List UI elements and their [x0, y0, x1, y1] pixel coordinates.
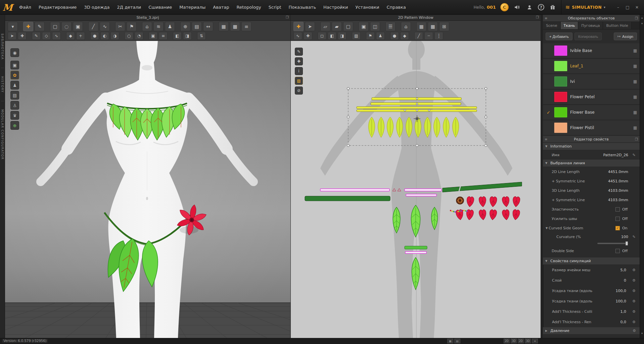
fold-tool-icon[interactable]: ⌂	[142, 22, 152, 31]
menu-sewing[interactable]: Сшивание	[145, 0, 176, 15]
scissors-tool-icon[interactable]: ✂	[115, 22, 125, 31]
gift-icon[interactable]	[549, 3, 557, 11]
library-garment-icon[interactable]: ▣	[10, 61, 19, 69]
pattern-pieces-canvas[interactable]	[291, 41, 541, 338]
fabric-type-icon[interactable]: ▦	[633, 48, 637, 53]
mirror-left-tool-icon[interactable]: ◧	[173, 32, 182, 40]
fabric-row-flower-pistil[interactable]: Flower Pistil ▦	[543, 120, 640, 136]
info-2d-icon[interactable]: i	[295, 67, 303, 75]
wrench-icon[interactable]: ⚙	[631, 329, 637, 333]
edit-pattern-tool-icon[interactable]: ➤	[305, 22, 315, 31]
modular-configurator-tab[interactable]: MODULAR CONFIGURATOR	[1, 109, 4, 160]
edit-pencil-icon[interactable]: ✎	[631, 235, 637, 239]
property-value-field[interactable]: 0	[605, 278, 626, 283]
library-mannequin-icon[interactable]: ♛	[10, 111, 19, 120]
fabric-type-icon[interactable]: ▦	[633, 79, 637, 84]
fabric-swatch[interactable]	[554, 92, 567, 102]
popout-icon[interactable]: ❐	[635, 137, 638, 141]
pen-2d-icon[interactable]: ✎	[295, 48, 303, 56]
add-point-2d-tool-icon[interactable]: ✚	[304, 32, 312, 40]
help-icon[interactable]: ?	[538, 4, 544, 10]
section-information[interactable]: ▼ Information	[543, 143, 640, 150]
simulation-mode-dropdown[interactable]: ≋ SIMULATION ▾	[561, 0, 609, 15]
pattern-outline-tool-icon[interactable]: ▱	[320, 22, 330, 31]
lock-2d-icon[interactable]: ⊘	[295, 87, 303, 95]
grid-tool-icon[interactable]: ▦	[219, 22, 229, 31]
add-fabric-button[interactable]: + Добавить	[546, 33, 572, 40]
measure-tool-icon[interactable]: ↔	[203, 22, 213, 31]
wrench-icon[interactable]: ⚙	[631, 320, 637, 324]
texture-grid-tool-icon[interactable]: ▩	[230, 22, 240, 31]
fabric-row-flower-petel[interactable]: Flower Petel ▦	[543, 90, 640, 105]
iron-tool-icon[interactable]: ▨	[352, 32, 361, 40]
stripe-tool-icon[interactable]: ☰	[385, 22, 396, 31]
menu-3d-garment[interactable]: 3D одежда	[80, 0, 113, 15]
wrench-icon[interactable]: ⚙	[631, 268, 637, 272]
sphere-tool-a-icon[interactable]: ○	[125, 32, 133, 40]
reinforce-checkbox[interactable]	[615, 217, 620, 221]
curvature-value-field[interactable]: 100	[607, 235, 628, 239]
tab-fabric[interactable]: Ткань	[561, 22, 579, 29]
fabric-row-ivible-base[interactable]: Ivible Base ▦	[543, 43, 640, 59]
transform-2d-icon[interactable]: ✚	[295, 57, 303, 65]
dashed-line-tool-icon[interactable]: ┄	[424, 32, 433, 40]
library-online-icon[interactable]: ⊕	[10, 121, 19, 130]
edit-pencil-icon[interactable]: ✎	[631, 153, 637, 157]
panel-menu-icon[interactable]: ≡	[545, 16, 547, 20]
tab-buttonhole[interactable]: Button Hole	[603, 22, 631, 29]
free-sew-tool-icon[interactable]: ∿	[100, 22, 110, 31]
pattern-flower-petals[interactable]	[456, 196, 520, 220]
menu-settings[interactable]: Установки	[352, 0, 383, 15]
pattern-flower-pistil[interactable]	[456, 197, 464, 204]
fabric-type-icon[interactable]: ▦	[633, 64, 637, 68]
collapse-panel-icon[interactable]: ▪	[641, 17, 643, 19]
collapse-panel-icon[interactable]: ▪	[641, 332, 643, 335]
copy-fabric-button[interactable]: Копировать	[574, 33, 602, 40]
menu-file[interactable]: Файл	[15, 0, 35, 15]
layout-toggle-icon[interactable]: ▤	[454, 339, 460, 343]
account-icon[interactable]	[525, 3, 534, 11]
fabric-type-icon[interactable]: ▦	[633, 125, 637, 130]
popout-icon[interactable]: ❐	[635, 16, 638, 20]
tab-button[interactable]: Пуговица	[578, 22, 603, 29]
point-tool-b-icon[interactable]: ◐	[100, 32, 109, 40]
menu-script[interactable]: Script	[265, 0, 285, 15]
minimize-button[interactable]: –	[614, 4, 623, 11]
attach-tool-icon[interactable]: ⊕	[180, 22, 190, 31]
property-value-field[interactable]: 100,0	[605, 289, 626, 293]
double-side-checkbox[interactable]	[615, 249, 620, 253]
pattern-2d-canvas[interactable]: ✎ ✚ i ▨ ⊘	[291, 41, 541, 338]
polygon-tool-icon[interactable]: ◇	[42, 32, 51, 40]
menu-display[interactable]: Показывать	[285, 0, 320, 15]
move-tool-icon[interactable]: ✚	[23, 22, 33, 31]
fabric-row-flower-base[interactable]: ✓ Flower Base ▦	[543, 105, 640, 120]
popout-icon[interactable]: ❐	[536, 15, 539, 19]
fabric-row-ivi[interactable]: Ivi ▦	[543, 74, 640, 90]
library-pose-icon[interactable]: ♟	[10, 81, 19, 90]
elastic-checkbox[interactable]	[615, 207, 620, 212]
section-selected-line[interactable]: ▼ Выбранная линия	[543, 160, 640, 167]
grid-2d-tool-icon[interactable]: ▦	[416, 22, 426, 31]
menu-avatar[interactable]: Аватар	[209, 0, 233, 15]
speaker-icon[interactable]	[513, 3, 521, 11]
fabric-type-icon[interactable]: ▦	[633, 110, 637, 115]
pattern-name-field[interactable]: Pattern2D_26	[603, 153, 628, 157]
section-simulation-properties[interactable]: ▼ Свойства симуляций	[543, 257, 640, 265]
pen-tool-icon[interactable]: ✎	[35, 22, 45, 31]
wrench-icon[interactable]: ⚙	[631, 289, 637, 293]
wrench-icon[interactable]: ⚙	[631, 309, 637, 314]
edit-pen-tool-icon[interactable]: ✎	[32, 32, 41, 40]
cage-tool-icon[interactable]: ▣	[149, 32, 157, 40]
point-tool-c-icon[interactable]: ◑	[110, 32, 119, 40]
fabric-swatch[interactable]	[554, 45, 567, 56]
avatar-tool-icon[interactable]: ♟	[165, 22, 175, 31]
seam-point-tool-icon[interactable]: ●	[390, 32, 399, 40]
menu-retopology[interactable]: Retopology	[233, 0, 265, 15]
rectangle-pattern-tool-icon[interactable]: ▢	[343, 22, 353, 31]
property-value-field[interactable]: 0,0	[605, 320, 626, 324]
project-tab[interactable]: Stella_3.zprj	[136, 15, 159, 20]
menu-materials[interactable]: Материалы	[176, 0, 209, 15]
assign-fabric-button[interactable]: ↦ Assign	[614, 33, 637, 40]
steam-tool-icon[interactable]: ≋	[153, 22, 164, 31]
hanger-tool-icon[interactable]: ⌂	[401, 22, 411, 31]
